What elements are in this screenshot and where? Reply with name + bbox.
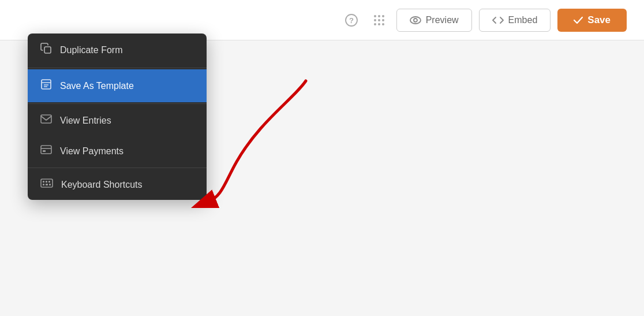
svg-rect-28 bbox=[49, 184, 51, 185]
svg-rect-26 bbox=[43, 184, 44, 185]
view-payments-label: View Payments bbox=[60, 146, 123, 157]
svg-point-7 bbox=[382, 19, 384, 21]
preview-button[interactable]: Preview bbox=[396, 9, 472, 32]
payments-icon bbox=[40, 145, 52, 157]
grid-icon[interactable] bbox=[369, 10, 390, 31]
svg-point-6 bbox=[378, 19, 380, 21]
envelope-icon bbox=[40, 114, 52, 127]
svg-rect-13 bbox=[44, 47, 51, 53]
svg-rect-22 bbox=[41, 179, 53, 187]
menu-item-save-as-template[interactable]: Save As Template bbox=[28, 69, 207, 102]
checkmark-icon bbox=[574, 16, 583, 24]
code-icon bbox=[492, 16, 504, 24]
svg-point-11 bbox=[410, 17, 421, 24]
svg-rect-24 bbox=[46, 181, 47, 183]
svg-point-5 bbox=[374, 19, 376, 21]
duplicate-form-label: Duplicate Form bbox=[60, 45, 122, 55]
svg-point-4 bbox=[382, 15, 384, 17]
svg-point-8 bbox=[374, 23, 376, 25]
copy-icon bbox=[40, 43, 52, 57]
menu-item-duplicate-form[interactable]: Duplicate Form bbox=[28, 34, 207, 66]
dropdown-menu: Duplicate Form Save As Template View Ent… bbox=[28, 34, 207, 200]
divider-1 bbox=[28, 68, 207, 68]
svg-text:?: ? bbox=[349, 16, 354, 25]
eye-icon bbox=[410, 16, 421, 24]
svg-point-10 bbox=[382, 23, 384, 25]
svg-rect-27 bbox=[46, 184, 48, 185]
menu-item-view-payments[interactable]: View Payments bbox=[28, 136, 207, 166]
save-button[interactable]: Save bbox=[557, 9, 627, 32]
embed-label: Embed bbox=[508, 15, 538, 25]
svg-rect-23 bbox=[43, 181, 44, 183]
divider-2 bbox=[28, 103, 207, 104]
embed-button[interactable]: Embed bbox=[479, 9, 551, 32]
template-icon bbox=[40, 79, 52, 93]
save-as-template-label: Save As Template bbox=[60, 81, 134, 91]
svg-rect-25 bbox=[48, 181, 50, 183]
svg-rect-14 bbox=[42, 80, 51, 89]
annotation-arrow bbox=[190, 75, 352, 208]
svg-point-12 bbox=[414, 18, 417, 22]
svg-point-3 bbox=[378, 15, 380, 17]
view-entries-label: View Entries bbox=[60, 116, 111, 126]
svg-point-2 bbox=[374, 15, 376, 17]
svg-rect-19 bbox=[41, 146, 51, 154]
preview-label: Preview bbox=[426, 15, 459, 25]
menu-item-view-entries[interactable]: View Entries bbox=[28, 105, 207, 136]
svg-point-9 bbox=[378, 23, 380, 25]
menu-item-keyboard-shortcuts[interactable]: Keyboard Shortcuts bbox=[28, 169, 207, 200]
svg-rect-21 bbox=[43, 150, 46, 152]
keyboard-shortcuts-label: Keyboard Shortcuts bbox=[61, 180, 143, 190]
save-label: Save bbox=[587, 14, 611, 26]
keyboard-icon bbox=[40, 179, 53, 191]
help-icon[interactable]: ? bbox=[341, 10, 362, 31]
divider-3 bbox=[28, 168, 207, 168]
svg-rect-18 bbox=[41, 115, 51, 123]
